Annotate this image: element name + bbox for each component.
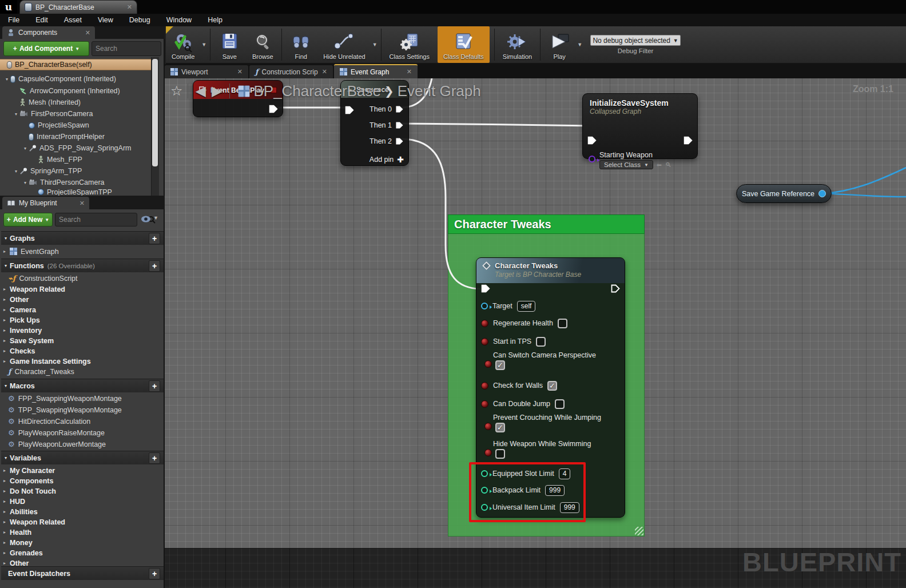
- bool-pin[interactable]: [484, 423, 492, 430]
- browse-button[interactable]: Browse: [246, 26, 279, 63]
- sequence-then2-pin[interactable]: Then 2: [369, 137, 404, 145]
- expander-icon[interactable]: ▾: [5, 236, 7, 241]
- menu-edit[interactable]: Edit: [27, 14, 56, 26]
- add-macro-button[interactable]: +: [149, 380, 160, 392]
- category-row[interactable]: ▸Money: [0, 537, 165, 548]
- nav-forward-icon[interactable]: ▶: [209, 83, 225, 99]
- checkbox-unchecked[interactable]: [536, 337, 546, 347]
- expander-icon[interactable]: ▾: [13, 169, 19, 174]
- category-row[interactable]: ▸Game Instance Settings: [0, 356, 165, 367]
- list-item[interactable]: ⚙PlayWeaponRaiseMontage: [0, 427, 165, 438]
- bool-pin[interactable]: [484, 449, 492, 456]
- class-defaults-button[interactable]: Class Defaults: [438, 26, 490, 63]
- bool-pin[interactable]: [481, 320, 488, 327]
- checkbox-unchecked[interactable]: [555, 399, 565, 409]
- category-row[interactable]: ▸Grenades: [0, 547, 165, 558]
- hide-unrelated-button[interactable]: Hide Unrelated: [317, 26, 371, 63]
- tab-event-graph[interactable]: Event Graph ✕: [334, 64, 418, 78]
- visibility-options-caret[interactable]: ▼: [153, 215, 158, 221]
- debug-filter-dropdown[interactable]: No debug object selected ▼: [590, 35, 681, 46]
- close-icon[interactable]: ✕: [85, 29, 90, 37]
- expander-icon[interactable]: ▾: [13, 112, 19, 117]
- play-options-caret[interactable]: ▼: [576, 42, 583, 47]
- tab-viewport[interactable]: Viewport ✕: [165, 65, 248, 78]
- category-row[interactable]: ▸Checks: [0, 345, 165, 356]
- exec-in-pin[interactable]: [587, 136, 597, 145]
- my-blueprint-search-input[interactable]: [59, 216, 148, 224]
- category-row[interactable]: ▸Abilities: [0, 506, 165, 517]
- close-icon[interactable]: ✕: [237, 68, 243, 76]
- breadcrumb-current[interactable]: Event Graph: [398, 82, 481, 100]
- menu-help[interactable]: Help: [200, 14, 231, 26]
- bool-pin[interactable]: [481, 338, 488, 345]
- section-macros[interactable]: ▾ Macros +: [1, 379, 164, 392]
- list-item[interactable]: ⚙TPP_SwappingWeaponMontage: [0, 404, 165, 415]
- category-row[interactable]: ▸Inventory: [0, 325, 165, 336]
- category-row[interactable]: ▸Other: [0, 294, 165, 305]
- expander-icon[interactable]: ▾: [22, 146, 29, 151]
- add-variable-button[interactable]: +: [149, 452, 160, 464]
- my-blueprint-search[interactable]: [55, 213, 137, 227]
- tree-item[interactable]: ▾ ThirdPersonCamera: [0, 177, 151, 188]
- close-icon[interactable]: ✕: [127, 3, 132, 11]
- menu-file[interactable]: File: [0, 14, 27, 26]
- category-row[interactable]: ▸Do Not Touch: [0, 486, 165, 496]
- checkbox-unchecked[interactable]: [495, 449, 505, 459]
- tree-item[interactable]: ▾ FirstPersonCamera: [0, 108, 151, 120]
- my-blueprint-tab[interactable]: My Blueprint ✕: [2, 197, 89, 209]
- document-tab[interactable]: BP_CharacterBase ✕: [19, 0, 137, 14]
- menu-debug[interactable]: Debug: [121, 14, 158, 26]
- close-icon[interactable]: ✕: [322, 68, 327, 76]
- exec-out-pin[interactable]: [395, 105, 404, 113]
- menu-view[interactable]: View: [90, 14, 121, 26]
- object-pin[interactable]: [481, 303, 488, 309]
- exec-out-pin[interactable]: [269, 105, 278, 113]
- list-item[interactable]: ▸ EventGraph: [0, 246, 165, 257]
- menu-asset[interactable]: Asset: [56, 14, 90, 26]
- tree-item[interactable]: BP_CharacterBase(self): [0, 59, 151, 70]
- category-row[interactable]: ▸Save System: [0, 335, 165, 346]
- section-event-dispatchers[interactable]: Event Dispatchers +: [1, 566, 164, 580]
- tree-item[interactable]: Mesh (Inherited): [0, 97, 151, 108]
- close-icon[interactable]: ✕: [80, 200, 85, 207]
- pin-row-can-double-jump[interactable]: Can Double Jump: [481, 398, 565, 410]
- bool-pin[interactable]: [484, 360, 492, 368]
- breadcrumb-root[interactable]: BP_CharacterBase: [253, 82, 381, 100]
- play-button[interactable]: Play: [543, 26, 576, 63]
- exec-out-pin[interactable]: [395, 121, 404, 129]
- checkbox-checked[interactable]: [495, 360, 505, 370]
- hide-unrelated-caret[interactable]: ▼: [371, 42, 379, 47]
- class-settings-button[interactable]: Class Settings: [384, 26, 435, 63]
- add-new-button[interactable]: Add New ▼: [3, 213, 53, 227]
- category-row[interactable]: ▸Weapon Related: [0, 517, 165, 527]
- expander-icon[interactable]: ▾: [3, 77, 10, 82]
- object-out-pin[interactable]: [818, 190, 826, 197]
- tree-item[interactable]: ProjectileSpawnTPP: [0, 188, 151, 196]
- exec-out-pin[interactable]: [684, 136, 693, 145]
- find-button[interactable]: Find: [284, 26, 317, 63]
- sequence-then1-pin[interactable]: Then 1: [369, 121, 404, 129]
- pin-row-start-in-tps[interactable]: Start in TPS: [481, 335, 546, 348]
- category-row[interactable]: ▸Camera: [0, 304, 165, 315]
- components-tab[interactable]: Components ✕: [2, 26, 95, 39]
- category-row[interactable]: ▸HUD: [0, 496, 165, 507]
- checkbox-checked[interactable]: [547, 381, 557, 391]
- components-search-input[interactable]: [96, 45, 184, 53]
- category-row[interactable]: ▸Health: [0, 527, 165, 538]
- pin-row-check-for-walls[interactable]: Check for Walls: [481, 379, 557, 392]
- compile-options-caret[interactable]: ▼: [200, 42, 208, 47]
- category-row[interactable]: ▸My Character: [0, 465, 165, 476]
- bookmark-star-icon[interactable]: ☆: [170, 83, 183, 99]
- expander-icon[interactable]: ▸: [3, 249, 10, 254]
- section-variables[interactable]: ▾ Variables +: [1, 451, 164, 464]
- browse-asset-icon[interactable]: 🔍︎: [665, 161, 671, 168]
- components-search[interactable]: [92, 41, 161, 56]
- graph-canvas[interactable]: BLUEPRINT Zoom 1:1 Character Tweaks Even…: [165, 78, 906, 588]
- category-row[interactable]: ▸Components: [0, 475, 165, 486]
- tree-item[interactable]: InteractPromptHelper: [0, 131, 151, 142]
- list-item[interactable]: ⚙PlayWeaponLowerMontage: [0, 439, 165, 450]
- tab-construction-script[interactable]: ƒ Construction Scrip ✕: [249, 65, 333, 78]
- list-item[interactable]: ⌁ƒ ConstructionScript: [0, 273, 165, 284]
- checkbox-checked[interactable]: [495, 423, 505, 432]
- tree-item[interactable]: Mesh_FPP: [0, 154, 151, 165]
